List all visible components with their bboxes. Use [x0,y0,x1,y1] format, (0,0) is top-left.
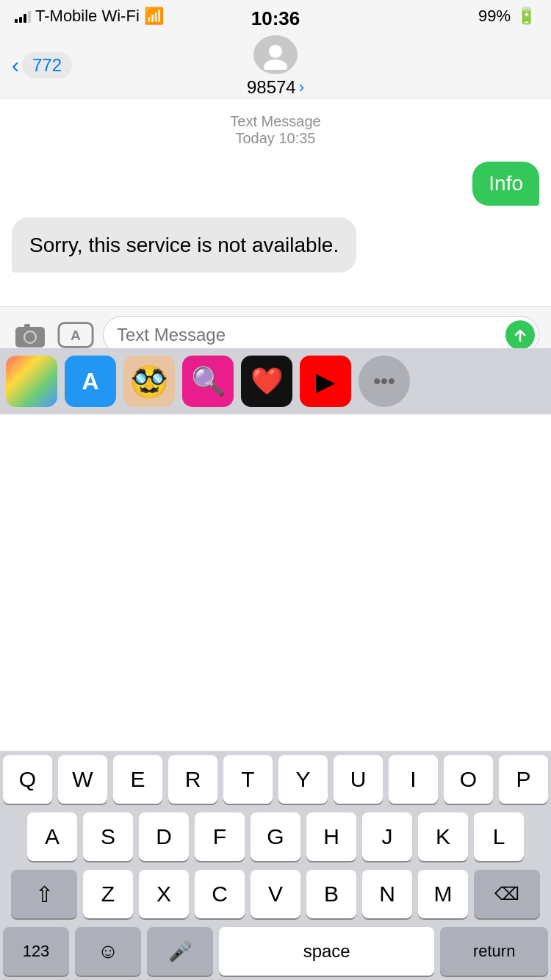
contact-chevron-icon: › [299,78,304,97]
keyboard-row-2: A S D F G H J K L [0,808,551,865]
key-j[interactable]: J [362,813,412,861]
delete-key[interactable]: ⌫ [474,870,540,918]
camera-icon [14,321,46,349]
key-q[interactable]: Q [3,755,52,804]
key-h[interactable]: H [306,813,356,861]
send-arrow-icon [511,326,529,344]
more-apps-button[interactable]: ••• [359,356,410,407]
sent-message-bubble: Info [12,162,539,206]
appstore-icon: A [57,321,94,349]
back-chevron-icon: ‹ [12,54,19,76]
carrier-label: T-Mobile Wi-Fi [35,7,140,26]
key-u[interactable]: U [334,755,383,804]
key-e[interactable]: E [113,755,162,804]
nav-header: ‹ 772 98574 › [0,32,551,98]
key-f[interactable]: F [195,813,245,861]
status-bar: T-Mobile Wi-Fi 📶 10:36 99% 🔋 [0,0,551,32]
key-y[interactable]: Y [278,755,328,804]
shift-key[interactable]: ⇧ [11,870,77,918]
received-bubble-text: Sorry, this service is not available. [12,217,356,273]
photos-app-icon[interactable] [6,356,57,407]
key-c[interactable]: C [195,870,245,918]
key-s[interactable]: S [83,813,133,861]
svg-point-1 [264,60,287,70]
status-left: T-Mobile Wi-Fi 📶 [15,7,164,26]
wifi-icon: 📶 [144,7,164,26]
keyboard-row-3: ⇧ Z X C V B N M ⌫ [0,865,551,923]
youtube-app-icon[interactable]: ▶ [300,356,351,407]
key-b[interactable]: B [306,870,356,918]
key-r[interactable]: R [168,755,217,804]
chat-area: Text Message Today 10:35 Info Sorry, thi… [0,98,551,299]
key-i[interactable]: I [389,755,438,804]
key-z[interactable]: Z [83,870,133,918]
key-t[interactable]: T [223,755,273,804]
received-message-bubble: Sorry, this service is not available. [12,217,539,273]
memoji-app-icon[interactable]: 🥸 [123,356,175,407]
send-button[interactable] [505,320,535,350]
key-w[interactable]: W [58,755,107,804]
person-icon [261,40,290,70]
contact-avatar [253,35,298,74]
globe-app-icon[interactable]: 🔍 [182,356,234,407]
quick-apps-row: A 🥸 🔍 ❤️ ▶ ••• [0,348,551,414]
key-m[interactable]: M [418,870,468,918]
key-g[interactable]: G [251,813,300,861]
battery-icon: 🔋 [516,7,536,26]
key-k[interactable]: K [418,813,468,861]
message-timestamp: Text Message Today 10:35 [12,113,539,147]
svg-point-0 [269,45,282,58]
back-button[interactable]: ‹ 772 [12,52,72,79]
svg-text:A: A [71,328,81,343]
heart-app-icon[interactable]: ❤️ [241,356,292,407]
key-a[interactable]: A [27,813,77,861]
numbers-key[interactable]: 123 [3,927,69,976]
emoji-key[interactable]: ☺ [75,927,141,976]
key-v[interactable]: V [251,870,300,918]
keyboard-row-1: Q W E R T Y U I O P [0,751,551,808]
key-o[interactable]: O [444,755,493,804]
key-l[interactable]: L [474,813,524,861]
sent-bubble-text: Info [472,162,539,206]
signal-bars-icon [15,10,31,23]
key-d[interactable]: D [139,813,189,861]
return-key[interactable]: return [440,927,548,976]
key-n[interactable]: N [362,870,412,918]
status-right: 99% 🔋 [478,7,536,26]
space-key[interactable]: space [219,927,434,976]
svg-point-4 [25,332,35,342]
status-time: 10:36 [251,7,300,30]
appstore-app-icon[interactable]: A [65,356,116,407]
keyboard-row-4: 123 ☺ 🎤 space return [0,923,551,980]
keyboard: Q W E R T Y U I O P A S D F G H J K L ⇧ … [0,751,551,980]
key-x[interactable]: X [139,870,189,918]
key-p[interactable]: P [499,755,548,804]
contact-name[interactable]: 98574 › [247,77,304,98]
battery-label: 99% [478,7,511,26]
svg-rect-5 [24,324,30,328]
back-badge: 772 [22,52,72,79]
mic-key[interactable]: 🎤 [147,927,213,976]
